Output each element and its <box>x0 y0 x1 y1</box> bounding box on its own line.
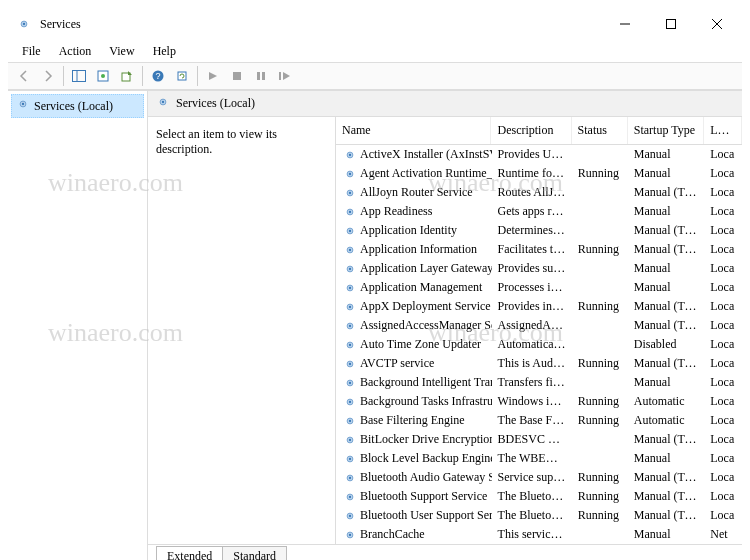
service-name: Application Identity <box>360 223 457 238</box>
svg-rect-3 <box>667 20 676 29</box>
service-row[interactable]: BranchCacheThis service …ManualNet <box>336 525 742 544</box>
service-name-cell: AssignedAccessManager Se… <box>336 318 492 334</box>
service-startup: Manual (Trig… <box>628 470 704 485</box>
service-name-cell: BranchCache <box>336 527 492 543</box>
service-row[interactable]: Auto Time Zone UpdaterAutomatica…Disable… <box>336 335 742 354</box>
service-desc: Automatica… <box>492 337 572 352</box>
service-name-cell: Bluetooth Support Service <box>336 489 492 505</box>
minimize-button[interactable] <box>602 8 648 40</box>
help-button[interactable]: ? <box>146 64 170 88</box>
forward-button[interactable] <box>36 64 60 88</box>
service-row[interactable]: Block Level Backup Engine …The WBENG…Man… <box>336 449 742 468</box>
maximize-button[interactable] <box>648 8 694 40</box>
service-row[interactable]: App ReadinessGets apps re…ManualLoca <box>336 202 742 221</box>
service-row[interactable]: Bluetooth Audio Gateway S…Service sup…Ru… <box>336 468 742 487</box>
service-name: Bluetooth Audio Gateway S… <box>360 470 492 485</box>
service-row[interactable]: Bluetooth User Support Ser…The Bluetoo…R… <box>336 506 742 525</box>
gear-icon <box>342 527 358 543</box>
svg-rect-13 <box>178 72 186 80</box>
menu-view[interactable]: View <box>101 42 142 61</box>
svg-point-1 <box>23 23 25 25</box>
refresh-button[interactable] <box>170 64 194 88</box>
gear-icon <box>342 242 358 258</box>
service-row[interactable]: Application Layer Gateway …Provides su…M… <box>336 259 742 278</box>
svg-rect-15 <box>257 72 260 80</box>
start-service-button[interactable] <box>201 64 225 88</box>
gear-icon <box>342 299 358 315</box>
gear-icon <box>342 489 358 505</box>
gear-icon <box>342 223 358 239</box>
service-name-cell: AVCTP service <box>336 356 492 372</box>
service-status: Running <box>572 413 628 428</box>
service-row[interactable]: Application IdentityDetermines …Manual (… <box>336 221 742 240</box>
service-logon: Loca <box>704 356 742 371</box>
service-logon: Loca <box>704 508 742 523</box>
service-row[interactable]: Background Tasks Infrastruc…Windows in…R… <box>336 392 742 411</box>
tree-pane[interactable]: Services (Local) <box>8 91 148 560</box>
service-row[interactable]: Application ManagementProcesses in…Manua… <box>336 278 742 297</box>
menu-action[interactable]: Action <box>51 42 100 61</box>
details-heading: Services (Local) <box>176 96 255 111</box>
list-rows[interactable]: ActiveX Installer (AxInstSV)Provides Us…… <box>336 145 742 544</box>
body: Services (Local) Services (Local) Select… <box>8 90 742 560</box>
properties-button[interactable] <box>91 64 115 88</box>
service-name-cell: Background Intelligent Tran… <box>336 375 492 391</box>
service-row[interactable]: Agent Activation Runtime_…Runtime for…Ru… <box>336 164 742 183</box>
column-startup[interactable]: Startup Type <box>628 117 704 144</box>
service-row[interactable]: Application InformationFacilitates t…Run… <box>336 240 742 259</box>
service-name: Bluetooth Support Service <box>360 489 487 504</box>
restart-service-button[interactable] <box>273 64 297 88</box>
tree-root-item[interactable]: Services (Local) <box>11 94 144 118</box>
service-name-cell: ActiveX Installer (AxInstSV) <box>336 147 492 163</box>
service-logon: Loca <box>704 280 742 295</box>
service-name: AppX Deployment Service (… <box>360 299 492 314</box>
close-button[interactable] <box>694 8 740 40</box>
service-row[interactable]: Base Filtering EngineThe Base Fil…Runnin… <box>336 411 742 430</box>
column-logon[interactable]: Log On As <box>704 117 742 144</box>
service-row[interactable]: Background Intelligent Tran…Transfers fi… <box>336 373 742 392</box>
tab-extended[interactable]: Extended <box>156 546 223 560</box>
service-name: App Readiness <box>360 204 432 219</box>
svg-point-41 <box>349 324 351 326</box>
show-hide-tree-button[interactable] <box>67 64 91 88</box>
service-row[interactable]: ActiveX Installer (AxInstSV)Provides Us…… <box>336 145 742 164</box>
export-button[interactable] <box>115 64 139 88</box>
service-row[interactable]: Bluetooth Support ServiceThe Bluetoo…Run… <box>336 487 742 506</box>
titlebar[interactable]: Services <box>8 8 742 40</box>
service-name: Application Layer Gateway … <box>360 261 492 276</box>
svg-point-55 <box>349 457 351 459</box>
column-name[interactable]: Name <box>336 117 491 144</box>
column-status[interactable]: Status <box>572 117 628 144</box>
service-desc: Gets apps re… <box>492 204 572 219</box>
svg-point-33 <box>349 248 351 250</box>
service-row[interactable]: AVCTP serviceThis is Audi…RunningManual … <box>336 354 742 373</box>
back-button[interactable] <box>12 64 36 88</box>
svg-point-51 <box>349 419 351 421</box>
stop-service-button[interactable] <box>225 64 249 88</box>
gear-icon <box>342 337 358 353</box>
service-logon: Loca <box>704 223 742 238</box>
service-logon: Loca <box>704 147 742 162</box>
tree-root-label: Services (Local) <box>34 99 113 114</box>
service-row[interactable]: BitLocker Drive Encryption …BDESVC hos…M… <box>336 430 742 449</box>
service-row[interactable]: AssignedAccessManager Se…AssignedAc…Manu… <box>336 316 742 335</box>
service-startup: Manual (Trig… <box>628 489 704 504</box>
menu-help[interactable]: Help <box>145 42 184 61</box>
window-title: Services <box>40 17 602 32</box>
pause-service-button[interactable] <box>249 64 273 88</box>
tab-standard[interactable]: Standard <box>222 546 287 560</box>
service-name: Agent Activation Runtime_… <box>360 166 492 181</box>
services-list: Name Description Status Startup Type Log… <box>336 117 742 544</box>
svg-point-19 <box>22 103 24 105</box>
service-name: Bluetooth User Support Ser… <box>360 508 492 523</box>
service-desc: Transfers fil… <box>492 375 572 390</box>
service-name-cell: Bluetooth Audio Gateway S… <box>336 470 492 486</box>
service-row[interactable]: AppX Deployment Service (…Provides inf…R… <box>336 297 742 316</box>
service-logon: Loca <box>704 394 742 409</box>
column-description[interactable]: Description <box>491 117 571 144</box>
service-name-cell: AppX Deployment Service (… <box>336 299 492 315</box>
service-row[interactable]: AllJoyn Router ServiceRoutes AllJo…Manua… <box>336 183 742 202</box>
service-desc: Provides Us… <box>492 147 572 162</box>
menu-file[interactable]: File <box>14 42 49 61</box>
service-startup: Manual <box>628 204 704 219</box>
